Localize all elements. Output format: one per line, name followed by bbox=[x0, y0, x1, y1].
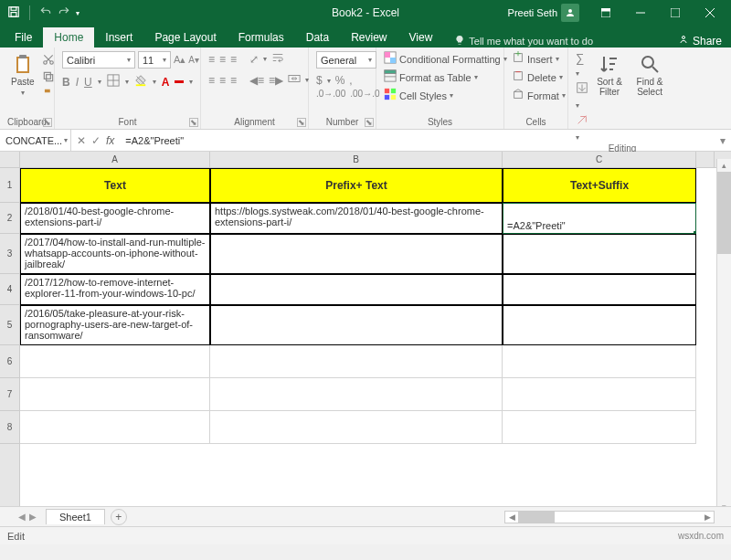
ribbon-display-options-icon[interactable] bbox=[590, 0, 621, 26]
cell-styles-button[interactable]: Cell Styles▾ bbox=[384, 88, 453, 103]
conditional-formatting-button[interactable]: Conditional Formatting▾ bbox=[384, 51, 507, 67]
cell-A2[interactable]: /2018/01/40-best-google-chrome-extension… bbox=[20, 203, 210, 234]
clear-icon[interactable]: ▾ bbox=[576, 113, 588, 143]
tell-me-search[interactable]: Tell me what you want to do bbox=[454, 35, 593, 48]
cell-A8[interactable] bbox=[20, 411, 210, 444]
close-button[interactable] bbox=[694, 0, 726, 26]
clipboard-dialog-launcher[interactable]: ⬊ bbox=[43, 118, 52, 127]
row-header[interactable]: 2 bbox=[0, 203, 19, 234]
name-box[interactable]: CONCATE...▾ bbox=[0, 130, 71, 151]
fill-icon[interactable]: ▾ bbox=[576, 81, 588, 111]
scroll-left-icon[interactable]: ◀ bbox=[505, 512, 518, 523]
align-bottom-icon[interactable]: ≡ bbox=[230, 53, 237, 66]
cell-A3[interactable]: /2017/04/how-to-install-and-run-multiple… bbox=[20, 234, 210, 274]
number-dialog-launcher[interactable]: ⬊ bbox=[365, 118, 374, 127]
tab-review[interactable]: Review bbox=[340, 27, 397, 48]
cell-B4[interactable] bbox=[210, 274, 503, 305]
tab-home[interactable]: Home bbox=[43, 27, 94, 48]
percent-format-icon[interactable]: % bbox=[335, 74, 345, 87]
cancel-formula-icon[interactable]: ✕ bbox=[77, 134, 86, 147]
underline-icon[interactable]: U bbox=[84, 76, 92, 89]
alignment-dialog-launcher[interactable]: ⬊ bbox=[297, 118, 306, 127]
tab-file[interactable]: File bbox=[4, 27, 43, 48]
number-format-selector[interactable]: General▾ bbox=[316, 51, 376, 69]
column-header[interactable] bbox=[696, 152, 715, 167]
decrease-font-icon[interactable]: A▾ bbox=[188, 55, 199, 65]
decrease-indent-icon[interactable]: ◀≡ bbox=[249, 74, 264, 87]
tab-page-layout[interactable]: Page Layout bbox=[143, 27, 227, 48]
font-dialog-launcher[interactable]: ⬊ bbox=[189, 118, 198, 127]
tab-view[interactable]: View bbox=[398, 27, 444, 48]
scroll-up-icon[interactable]: ▴ bbox=[717, 159, 731, 172]
increase-indent-icon[interactable]: ≡▶ bbox=[269, 74, 283, 87]
expand-formula-bar-icon[interactable]: ▾ bbox=[715, 134, 731, 147]
cell-B1[interactable]: Prefix+ Text bbox=[210, 168, 503, 203]
cell-C1[interactable]: Text+Suffix bbox=[503, 168, 696, 203]
scroll-thumb[interactable] bbox=[717, 172, 731, 254]
sheet-nav-next-icon[interactable]: ▶ bbox=[29, 512, 37, 522]
cell-C5[interactable] bbox=[503, 305, 696, 345]
align-right-icon[interactable]: ≡ bbox=[230, 74, 237, 87]
cell-A4[interactable]: /2017/12/how-to-remove-internet-explorer… bbox=[20, 274, 210, 305]
insert-cells-button[interactable]: Insert▾ bbox=[512, 51, 559, 67]
sort-filter-button[interactable]: Sort & Filter bbox=[592, 51, 627, 99]
maximize-button[interactable] bbox=[660, 0, 691, 26]
increase-font-icon[interactable]: A▴ bbox=[174, 54, 185, 66]
cell-B5[interactable] bbox=[210, 305, 503, 345]
italic-icon[interactable]: I bbox=[76, 76, 79, 89]
minimize-button[interactable] bbox=[625, 0, 656, 26]
find-select-button[interactable]: Find & Select bbox=[630, 51, 669, 99]
bold-icon[interactable]: B bbox=[62, 76, 70, 89]
align-middle-icon[interactable]: ≡ bbox=[219, 53, 226, 66]
fill-color-icon[interactable] bbox=[134, 74, 147, 90]
cell-A6[interactable] bbox=[20, 345, 210, 378]
align-center-icon[interactable]: ≡ bbox=[219, 74, 226, 87]
sheet-tab[interactable]: Sheet1 bbox=[46, 509, 105, 524]
cell-A1[interactable]: Text bbox=[20, 168, 210, 203]
cell-B8[interactable] bbox=[210, 411, 503, 444]
align-top-icon[interactable]: ≡ bbox=[208, 53, 215, 66]
redo-icon[interactable] bbox=[58, 5, 70, 21]
merge-center-icon[interactable] bbox=[288, 72, 301, 88]
tab-insert[interactable]: Insert bbox=[94, 27, 143, 48]
comma-format-icon[interactable]: , bbox=[349, 74, 352, 87]
row-header[interactable]: 1 bbox=[0, 168, 19, 203]
save-icon[interactable] bbox=[7, 5, 20, 21]
new-sheet-button[interactable]: + bbox=[111, 509, 127, 525]
cell-C8[interactable] bbox=[503, 411, 696, 444]
decrease-decimal-icon[interactable]: .00→.0 bbox=[350, 89, 379, 99]
autosum-icon[interactable]: ∑ ▾ bbox=[576, 51, 588, 79]
column-header[interactable]: C bbox=[503, 152, 696, 167]
scroll-right-icon[interactable]: ▶ bbox=[701, 512, 714, 523]
share-button[interactable]: Share bbox=[678, 34, 722, 48]
row-header[interactable]: 4 bbox=[0, 274, 19, 305]
cut-icon[interactable] bbox=[42, 53, 55, 69]
delete-cells-button[interactable]: Delete▾ bbox=[512, 69, 563, 85]
worksheet-grid[interactable]: 1 2 3 4 5 6 7 8 A B C Text Prefix+ Text … bbox=[0, 152, 731, 506]
row-header[interactable]: 6 bbox=[0, 345, 19, 378]
cell-C7[interactable] bbox=[503, 378, 696, 411]
paste-button[interactable]: Paste ▾ bbox=[7, 51, 38, 99]
cell-C4[interactable] bbox=[503, 274, 696, 305]
cell-B7[interactable] bbox=[210, 378, 503, 411]
font-size-selector[interactable]: 11▾ bbox=[138, 51, 171, 69]
hscroll-thumb[interactable] bbox=[518, 512, 555, 523]
select-all-corner[interactable] bbox=[0, 152, 19, 168]
wrap-text-icon[interactable] bbox=[271, 51, 284, 67]
row-header[interactable]: 8 bbox=[0, 411, 19, 444]
sheet-nav-prev-icon[interactable]: ◀ bbox=[18, 512, 26, 522]
cell-C2[interactable]: =A2&"Preeti" bbox=[503, 203, 696, 234]
cell-A5[interactable]: /2016/05/take-pleasure-at-your-risk-porn… bbox=[20, 305, 210, 345]
enter-formula-icon[interactable]: ✓ bbox=[91, 134, 101, 147]
format-as-table-button[interactable]: Format as Table▾ bbox=[384, 69, 478, 85]
cell-C3[interactable] bbox=[503, 234, 696, 274]
cell-B3[interactable] bbox=[210, 234, 503, 274]
undo-icon[interactable] bbox=[39, 5, 52, 21]
qat-customize-icon[interactable]: ▾ bbox=[76, 9, 79, 17]
row-header[interactable]: 7 bbox=[0, 378, 19, 411]
font-name-selector[interactable]: Calibri▾ bbox=[62, 51, 135, 69]
row-header[interactable]: 3 bbox=[0, 234, 19, 274]
copy-icon[interactable] bbox=[42, 70, 55, 86]
increase-decimal-icon[interactable]: .0→.00 bbox=[316, 89, 345, 99]
tab-data[interactable]: Data bbox=[295, 27, 340, 48]
